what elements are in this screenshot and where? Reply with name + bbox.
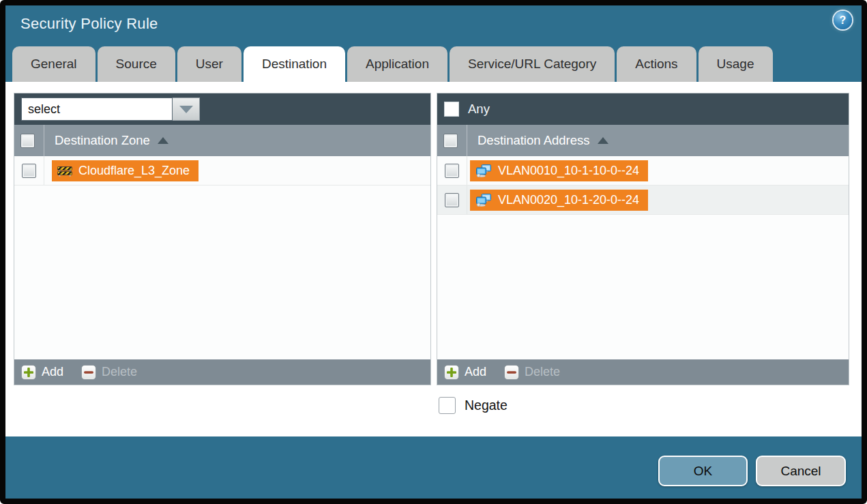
zone-select-all-checkbox[interactable] [20,134,35,148]
tab-label: Usage [717,57,754,72]
tab-user[interactable]: User [177,46,241,82]
zone-row-checkbox[interactable] [22,164,36,178]
destination-zone-panel: select Destination Zone [14,93,431,385]
add-label: Add [42,365,63,379]
any-bar: Any [437,93,849,125]
tab-label: Actions [635,57,677,72]
sort-ascending-icon [598,137,608,144]
dialog-title: Security Policy Rule [20,15,158,33]
minus-icon [504,365,519,380]
address-row-checkbox[interactable] [445,193,459,207]
chevron-down-icon [179,106,193,113]
minus-icon [81,365,96,380]
address-rows: VLAN0010_10-1-10-0--24 [437,156,849,359]
address-row-label: VLAN0010_10-1-10-0--24 [498,164,639,178]
delete-label: Delete [102,365,137,379]
address-tag[interactable]: VLAN0010_10-1-10-0--24 [470,160,648,181]
negate-row: Negate [439,397,508,414]
zone-footer: Add Delete [14,359,430,385]
tab-actions[interactable]: Actions [617,46,696,82]
zone-icon [57,165,72,177]
column-separator [44,125,44,156]
tab-destination[interactable]: Destination [244,46,345,82]
address-select-all-checkbox[interactable] [443,134,458,148]
zone-tag[interactable]: Cloudflare_L3_Zone [52,160,199,181]
address-row[interactable]: VLAN0020_10-1-20-0--24 [437,186,849,215]
ok-button-label: OK [694,464,712,479]
zone-filter-combo: select [21,98,200,121]
tab-label: User [196,57,223,72]
zone-column-header[interactable]: Destination Zone [14,125,430,156]
plus-icon [21,365,36,380]
address-icon [475,194,492,207]
tab-application[interactable]: Application [347,46,447,82]
tab-label: Destination [262,57,327,72]
row-checkbox-cell [437,156,467,185]
address-delete-button[interactable]: Delete [504,365,560,380]
cancel-button[interactable]: Cancel [756,456,846,486]
tab-row: General Source User Destination Applicat… [12,46,775,82]
zone-filter-dropdown-button[interactable] [173,98,200,121]
ok-button[interactable]: OK [658,456,748,486]
delete-label: Delete [525,365,560,379]
zone-filter-value: select [28,102,60,117]
cancel-button-label: Cancel [780,464,821,479]
address-tag[interactable]: VLAN0020_10-1-20-0--24 [470,190,648,211]
zone-row-label: Cloudflare_L3_Zone [78,164,190,178]
zone-filter-bar: select [14,93,430,125]
tab-label: Application [366,57,429,72]
tab-label: Service/URL Category [468,57,596,72]
tab-service-url-category[interactable]: Service/URL Category [450,46,615,82]
address-column-header-label: Destination Address [477,133,590,148]
tab-source[interactable]: Source [98,46,175,82]
security-policy-rule-dialog: Security Policy Rule ? General Source Us… [0,0,867,504]
add-label: Add [465,365,486,379]
address-row-checkbox[interactable] [445,164,459,178]
help-icon[interactable]: ? [834,11,852,29]
destination-address-panel: Any Destination Address [437,93,849,385]
negate-checkbox[interactable] [439,397,456,414]
sort-ascending-icon [158,137,168,144]
zone-rows: Cloudflare_L3_Zone [14,156,430,359]
zone-column-header-label: Destination Zone [55,133,150,148]
content-area: select Destination Zone [5,82,862,436]
tab-label: Source [116,57,157,72]
row-checkbox-cell [437,186,467,214]
address-icon [475,164,492,177]
tab-usage[interactable]: Usage [699,46,773,82]
tab-general[interactable]: General [12,46,95,82]
address-column-header[interactable]: Destination Address [437,125,849,156]
title-bar: Security Policy Rule ? [5,5,862,46]
negate-label: Negate [465,398,508,413]
zone-row[interactable]: Cloudflare_L3_Zone [14,156,430,186]
any-checkbox[interactable] [444,102,459,117]
address-row[interactable]: VLAN0010_10-1-10-0--24 [437,156,849,186]
any-label: Any [468,102,490,117]
help-glyph: ? [840,14,847,27]
address-footer: Add Delete [437,359,849,385]
zone-add-button[interactable]: Add [21,365,63,380]
plus-icon [444,365,459,380]
column-separator [467,125,467,156]
zone-delete-button[interactable]: Delete [81,365,137,380]
address-add-button[interactable]: Add [444,365,486,380]
address-row-label: VLAN0020_10-1-20-0--24 [498,193,639,207]
tab-label: General [31,57,77,72]
row-checkbox-cell [14,156,44,185]
zone-filter-input[interactable]: select [21,98,173,121]
